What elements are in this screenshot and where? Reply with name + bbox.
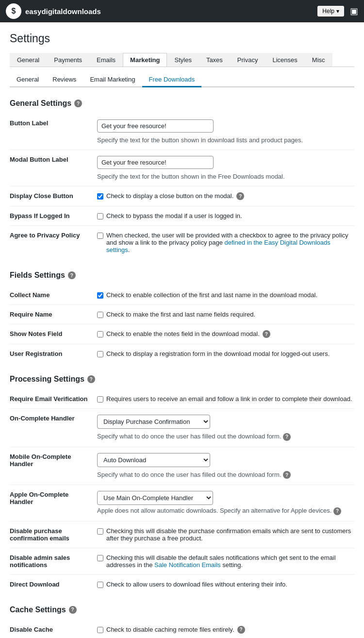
general-settings-title: General Settings: [10, 99, 71, 108]
disable-cache-checkbox[interactable]: [97, 627, 103, 633]
fields-settings-header: Fields Settings ?: [10, 271, 354, 280]
disable-cache-td: Check to disable caching remote files en…: [97, 620, 354, 638]
require-name-td: Check to make the first and last name fi…: [97, 305, 354, 324]
bypass-logged-in-th: Bypass If Logged In: [10, 206, 97, 226]
top-bar-right: Help ▾ ▣: [317, 6, 358, 17]
mobile-on-complete-th: Mobile On-Complete Handler: [10, 447, 97, 485]
cache-settings-title: Cache Settings: [10, 605, 66, 614]
on-complete-handler-th: On-Complete Handler: [10, 409, 97, 447]
processing-settings-help-icon[interactable]: ?: [87, 375, 95, 383]
sale-notification-emails-link[interactable]: Sale Notification Emails: [154, 561, 221, 569]
agree-privacy-label: When checked, the user will be provided …: [106, 232, 354, 253]
disable-cache-label: Check to disable caching remote files en…: [106, 626, 234, 633]
apple-on-complete-select[interactable]: Use Main On-Complete Handler Display Pur…: [97, 491, 213, 505]
disable-purchase-emails-label: Checking this will disable the purchase …: [106, 527, 354, 542]
agree-privacy-th: Agree to Privacy Policy: [10, 226, 97, 260]
apple-on-complete-th: Apple On-Complete Handler: [10, 485, 97, 521]
require-name-label: Check to make the first and last name fi…: [106, 311, 255, 318]
cache-settings-help-icon[interactable]: ?: [69, 606, 77, 614]
require-email-verification-td: Requires users to receive an email and f…: [97, 389, 354, 409]
on-complete-handler-td: Display Purchase Confirmation Auto Downl…: [97, 409, 354, 447]
tab-secondary-reviews[interactable]: Reviews: [46, 73, 83, 87]
tab-general[interactable]: General: [10, 53, 47, 67]
agree-privacy-checkbox[interactable]: [97, 233, 103, 239]
disable-purchase-emails-checkbox[interactable]: [97, 528, 103, 535]
disable-admin-sales-label: Checking this will disable the default s…: [106, 554, 354, 569]
fields-settings-help-icon[interactable]: ?: [68, 271, 76, 279]
mobile-on-complete-desc: Specify what to do once the user has fil…: [97, 471, 291, 479]
tab-styles[interactable]: Styles: [167, 53, 199, 67]
disable-cache-th: Disable Cache: [10, 620, 97, 638]
cache-settings-table: Disable Cache Check to disable caching r…: [10, 620, 354, 638]
user-registration-checkbox[interactable]: [97, 351, 103, 357]
fields-settings-title: Fields Settings: [10, 271, 65, 280]
bypass-logged-in-label: Check to bypass the modal if a user is l…: [106, 212, 242, 219]
button-label-input[interactable]: [97, 119, 214, 133]
processing-settings-table: Require Email Verification Requires user…: [10, 389, 354, 594]
tab-emails[interactable]: Emails: [89, 53, 123, 67]
agree-privacy-row: Agree to Privacy Policy When checked, th…: [10, 226, 354, 260]
modal-button-label-row: Modal Button Label Specify the text for …: [10, 150, 354, 186]
tab-taxes[interactable]: Taxes: [199, 53, 230, 67]
general-settings-help-icon[interactable]: ?: [74, 100, 82, 107]
secondary-tab-nav: General Reviews Email Marketing Free Dow…: [10, 73, 354, 87]
help-button[interactable]: Help ▾: [317, 6, 344, 17]
modal-button-label-th: Modal Button Label: [10, 150, 97, 186]
button-label-th: Button Label: [10, 114, 97, 150]
tab-licenses[interactable]: Licenses: [265, 53, 304, 67]
direct-download-checkbox[interactable]: [97, 582, 103, 588]
bypass-logged-in-checkbox[interactable]: [97, 213, 103, 219]
display-close-button-row: Display Close Button Check to display a …: [10, 186, 354, 206]
show-notes-help-icon[interactable]: ?: [263, 330, 270, 338]
tab-secondary-free-downloads[interactable]: Free Downloads: [142, 73, 202, 87]
user-registration-td: Check to display a registration form in …: [97, 344, 354, 364]
direct-download-label: Check to allow users to download files w…: [106, 581, 287, 588]
show-notes-label: Check to enable the notes field in the d…: [106, 330, 260, 337]
tab-misc[interactable]: Misc: [305, 53, 332, 67]
tab-payments[interactable]: Payments: [47, 53, 89, 67]
tab-secondary-general[interactable]: General: [10, 73, 46, 87]
require-email-verification-checkbox[interactable]: [97, 396, 103, 403]
disable-purchase-emails-row: Disable purchase confirmation emails Che…: [10, 521, 354, 548]
collect-name-checkbox[interactable]: [97, 292, 103, 299]
user-registration-label: Check to display a registration form in …: [106, 350, 330, 357]
collect-name-th: Collect Name: [10, 285, 97, 305]
direct-download-td: Check to allow users to download files w…: [97, 574, 354, 594]
mobile-on-complete-help-icon[interactable]: ?: [283, 471, 291, 479]
tab-secondary-email-marketing[interactable]: Email Marketing: [83, 73, 142, 87]
on-complete-handler-select[interactable]: Display Purchase Confirmation Auto Downl…: [97, 415, 210, 429]
apple-on-complete-help-icon[interactable]: ?: [333, 507, 341, 515]
display-close-button-help-icon[interactable]: ?: [236, 192, 244, 200]
disable-admin-sales-checkbox[interactable]: [97, 555, 103, 561]
display-close-button-checkbox[interactable]: [97, 193, 103, 200]
modal-button-label-desc: Specify the text for the button shown in…: [97, 173, 285, 180]
require-email-verification-label: Requires users to receive an email and f…: [106, 395, 352, 403]
page-content: Settings General Payments Emails Marketi…: [0, 22, 364, 638]
disable-purchase-emails-td: Checking this will disable the purchase …: [97, 521, 354, 548]
mobile-on-complete-td: Auto Download Display Purchase Confirmat…: [97, 447, 354, 485]
primary-tab-nav: General Payments Emails Marketing Styles…: [10, 53, 354, 67]
collect-name-label: Check to enable collection of the first …: [106, 291, 317, 299]
user-registration-row: User Registration Check to display a reg…: [10, 344, 354, 364]
screen-options-icon[interactable]: ▣: [350, 6, 358, 17]
bypass-logged-in-row: Bypass If Logged In Check to bypass the …: [10, 206, 354, 226]
general-settings-table: Button Label Specify the text for the bu…: [10, 114, 354, 259]
mobile-on-complete-select[interactable]: Auto Download Display Purchase Confirmat…: [97, 453, 210, 467]
display-close-button-label: Check to display a close button on the m…: [106, 192, 233, 200]
cache-settings-header: Cache Settings ?: [10, 605, 354, 614]
modal-button-label-input[interactable]: [97, 156, 214, 169]
require-name-th: Require Name: [10, 305, 97, 324]
on-complete-handler-help-icon[interactable]: ?: [283, 433, 291, 441]
disable-purchase-emails-th: Disable purchase confirmation emails: [10, 521, 97, 548]
require-name-checkbox[interactable]: [97, 312, 103, 318]
agree-privacy-td: When checked, the user will be provided …: [97, 226, 354, 260]
require-email-verification-th: Require Email Verification: [10, 389, 97, 409]
show-notes-checkbox[interactable]: [97, 331, 103, 337]
tab-privacy[interactable]: Privacy: [230, 53, 265, 67]
tab-marketing[interactable]: Marketing: [123, 53, 167, 67]
apple-on-complete-row: Apple On-Complete Handler Use Main On-Co…: [10, 485, 354, 521]
on-complete-handler-desc: Specify what to do once the user has fil…: [97, 433, 291, 441]
logo-icon: $: [6, 3, 21, 19]
disable-cache-help-icon[interactable]: ?: [237, 626, 245, 634]
require-name-row: Require Name Check to make the first and…: [10, 305, 354, 324]
